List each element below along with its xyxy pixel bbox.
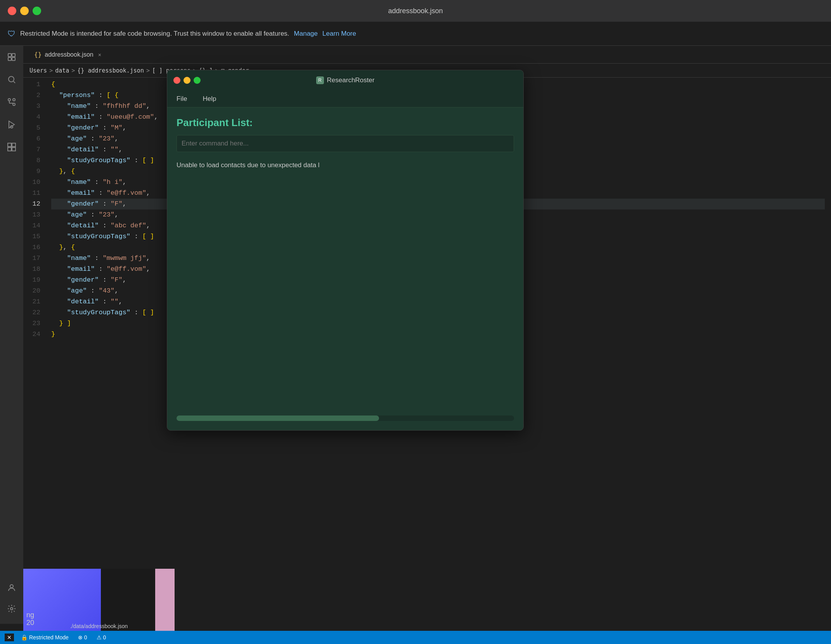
svg-point-17 xyxy=(10,585,13,588)
svg-rect-13 xyxy=(8,143,11,147)
ln-14: 14 xyxy=(23,220,40,231)
source-control-icon[interactable] xyxy=(4,95,19,109)
svg-point-12 xyxy=(10,126,13,128)
settings-icon[interactable] xyxy=(4,601,19,616)
rr-scrollbar-thumb[interactable] xyxy=(177,415,379,421)
svg-rect-3 xyxy=(12,57,15,61)
rr-app-icon: R xyxy=(316,76,324,84)
svg-point-8 xyxy=(13,99,15,101)
warnings-status[interactable]: ⚠ 0 xyxy=(94,634,109,641)
svg-point-4 xyxy=(9,76,14,82)
svg-rect-2 xyxy=(8,57,11,61)
svg-line-5 xyxy=(14,81,15,83)
close-button[interactable] xyxy=(8,7,16,15)
rr-maximize-button[interactable] xyxy=(194,77,201,84)
ln-10: 10 xyxy=(23,177,40,188)
ln-15: 15 xyxy=(23,231,40,242)
svg-point-6 xyxy=(8,99,10,101)
svg-rect-16 xyxy=(12,147,16,151)
rr-close-button[interactable] xyxy=(173,77,180,84)
line-numbers: 1 2 3 4 5 6 7 8 9 10 11 12 13 14 15 16 1… xyxy=(23,78,45,624)
explorer-icon[interactable] xyxy=(4,50,19,64)
svg-point-18 xyxy=(10,608,13,610)
bc-data[interactable]: data xyxy=(55,67,69,74)
rr-scrollbar[interactable] xyxy=(177,415,514,421)
ln-19: 19 xyxy=(23,275,40,286)
tab-bar: {} addressbook.json × xyxy=(23,46,831,64)
ln-9: 9 xyxy=(23,166,40,177)
account-icon[interactable] xyxy=(4,580,19,595)
manage-link[interactable]: Manage xyxy=(294,30,318,38)
ln-20: 20 xyxy=(23,286,40,296)
status-filepath: ./data/addressbook.json xyxy=(23,623,175,629)
ln-3: 3 xyxy=(23,101,40,112)
svg-rect-1 xyxy=(12,54,15,57)
ln-21: 21 xyxy=(23,296,40,307)
rr-title-label: ResearchRoster xyxy=(327,76,375,84)
bc-addressbook[interactable]: {} addressbook.json xyxy=(77,67,144,74)
ln-13: 13 xyxy=(23,209,40,220)
ln-17: 17 xyxy=(23,253,40,264)
ln-11: 11 xyxy=(23,188,40,199)
ln-24: 24 xyxy=(23,329,40,340)
status-x-item[interactable]: ✕ xyxy=(5,634,14,641)
statusbar: ✕ 🔒 Restricted Mode ⊗ 0 ⚠ 0 xyxy=(0,631,831,644)
svg-marker-11 xyxy=(9,121,14,128)
rr-menubar: File Help xyxy=(167,90,523,107)
preview-text-ng: ng xyxy=(26,611,34,619)
rr-minimize-button[interactable] xyxy=(184,77,190,84)
svg-rect-14 xyxy=(12,143,16,147)
rr-menu-help[interactable]: Help xyxy=(199,93,219,104)
tab-label: addressbook.json xyxy=(45,51,93,58)
minimize-button[interactable] xyxy=(20,7,29,15)
preview-black xyxy=(101,569,155,631)
file-tab[interactable]: {} addressbook.json × xyxy=(29,49,106,60)
banner-text: Restricted Mode is intended for safe cod… xyxy=(20,30,289,38)
extensions-icon[interactable] xyxy=(4,140,19,154)
rr-command-bar[interactable] xyxy=(177,135,514,152)
rr-window-controls[interactable] xyxy=(173,77,201,84)
restricted-mode-status[interactable]: 🔒 Restricted Mode xyxy=(19,634,71,641)
rr-command-input[interactable] xyxy=(182,140,509,147)
titlebar: addressbook.json xyxy=(0,0,831,22)
window-controls[interactable] xyxy=(8,7,41,15)
search-icon[interactable] xyxy=(4,72,19,87)
bc-users[interactable]: Users xyxy=(29,67,47,74)
ln-18: 18 xyxy=(23,264,40,275)
window-title: addressbook.json xyxy=(388,7,443,15)
rr-error-container: Unable to load contacts due to unexpecte… xyxy=(177,158,514,172)
ln-22: 22 xyxy=(23,307,40,318)
ln-23: 23 xyxy=(23,318,40,329)
rr-error-text: Unable to load contacts due to unexpecte… xyxy=(177,161,320,169)
rr-content: Participant List: Unable to load contact… xyxy=(167,107,523,430)
ln-6: 6 xyxy=(23,133,40,144)
bottom-preview: ng 20 xyxy=(23,569,175,631)
errors-status[interactable]: ⊗ 0 xyxy=(76,634,90,641)
x-icon: ✕ xyxy=(7,634,12,641)
ln-4: 4 xyxy=(23,112,40,123)
ln-5: 5 xyxy=(23,123,40,133)
rr-menu-file[interactable]: File xyxy=(173,93,190,104)
shield-icon: 🛡 xyxy=(8,29,16,38)
ln-7: 7 xyxy=(23,144,40,155)
ln-2: 2 xyxy=(23,90,40,101)
research-roster-window: R ResearchRoster File Help Participant L… xyxy=(167,70,524,431)
svg-rect-15 xyxy=(8,147,11,151)
ln-12: 12 xyxy=(23,199,40,209)
preview-blue: ng 20 xyxy=(23,569,101,631)
ln-16: 16 xyxy=(23,242,40,253)
tab-close-icon[interactable]: × xyxy=(98,52,101,58)
run-debug-icon[interactable] xyxy=(4,117,19,132)
preview-pink xyxy=(155,569,175,631)
activity-bar xyxy=(0,46,23,624)
svg-rect-0 xyxy=(8,54,11,57)
maximize-button[interactable] xyxy=(33,7,41,15)
rr-participant-title: Participant List: xyxy=(177,117,514,129)
rr-title: R ResearchRoster xyxy=(316,76,375,84)
statusbar-left: ✕ 🔒 Restricted Mode ⊗ 0 ⚠ 0 xyxy=(5,634,108,641)
rr-titlebar: R ResearchRoster xyxy=(167,70,523,90)
json-file-icon: {} xyxy=(34,51,42,58)
learn-more-link[interactable]: Learn More xyxy=(322,30,356,38)
ln-8: 8 xyxy=(23,155,40,166)
restricted-banner: 🛡 Restricted Mode is intended for safe c… xyxy=(0,22,831,46)
